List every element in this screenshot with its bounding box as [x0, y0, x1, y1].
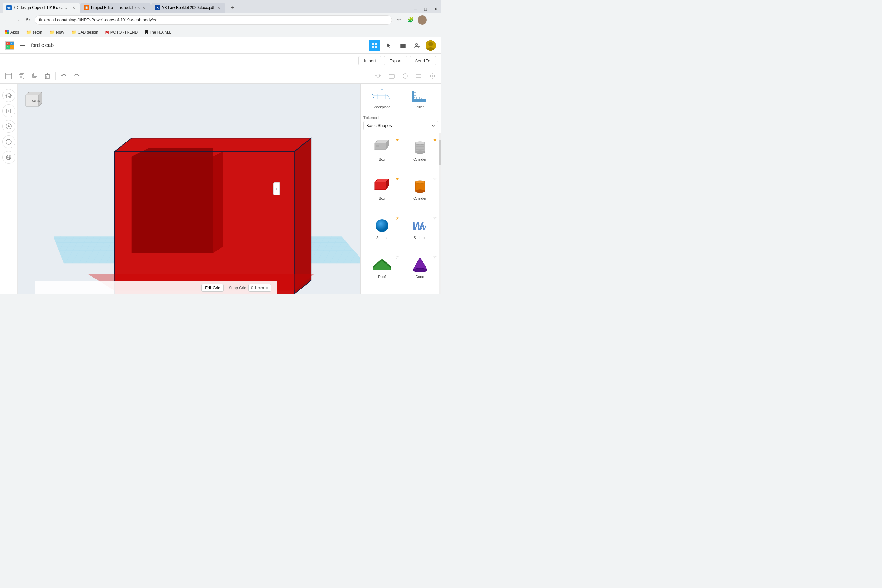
new-design-icon [5, 72, 12, 80]
extensions-icon[interactable]: 🧩 [406, 15, 415, 24]
address-bar[interactable]: tinkercad.com/things/ItNPTvPowcJ-copy-of… [35, 15, 392, 24]
bookmarks-bar: Apps 📁 seton 📁 ebay 📁 CAD design M MOTOR… [0, 27, 441, 38]
redo-button[interactable] [70, 70, 83, 82]
home-view-button[interactable] [2, 89, 15, 102]
tab-pdf[interactable]: K Y8 Law Booklet 2020.docx.pdf ✕ [151, 3, 225, 13]
bookmark-apps[interactable]: Apps [3, 29, 22, 36]
user-avatar[interactable] [426, 40, 436, 51]
star-roof[interactable]: ☆ [395, 254, 399, 260]
bookmark-ebay[interactable]: 📁 ebay [47, 28, 67, 36]
box-red-svg [371, 177, 392, 195]
reload-button[interactable]: ↻ [23, 15, 32, 24]
bookmark-motortrend[interactable]: M MOTORTREND [103, 28, 140, 36]
star-cylinder-wire[interactable]: ★ [433, 137, 437, 142]
send-to-button[interactable]: Send To [410, 56, 436, 66]
tab-favicon-instructables: 📋 [84, 5, 89, 10]
workplane-icon [372, 88, 392, 104]
edit-grid-button[interactable]: Edit Grid [201, 284, 224, 292]
zoom-in-button[interactable] [2, 120, 15, 133]
trash-icon [44, 72, 51, 80]
layers-button[interactable] [397, 40, 409, 51]
bookmark-cad[interactable]: 📁 CAD design [69, 28, 101, 36]
new-design-button[interactable] [3, 70, 15, 82]
shape-item-cone[interactable]: ☆ Cone [401, 253, 439, 291]
star-sphere[interactable]: ★ [395, 215, 399, 220]
maximize-button[interactable]: □ [423, 6, 428, 12]
shape-item-roof[interactable]: ☆ Roof [363, 253, 401, 291]
export-button[interactable]: Export [384, 56, 407, 66]
import-button[interactable]: Import [358, 56, 381, 66]
shape-item-sphere[interactable]: ★ Sphere [363, 214, 401, 252]
fit-view-button[interactable] [2, 105, 15, 117]
home-icon [6, 92, 12, 99]
back-button[interactable]: ← [3, 15, 12, 24]
duplicate-button[interactable] [28, 70, 40, 82]
workplane-tool[interactable]: Workplane [372, 88, 392, 109]
undo-button[interactable] [58, 70, 70, 82]
shape-item-scribble[interactable]: ☆ W w Scribble [401, 214, 439, 252]
hamburger-menu[interactable] [18, 41, 27, 50]
svg-marker-27 [78, 75, 80, 76]
scroll-track [439, 133, 441, 294]
align-button[interactable] [412, 70, 425, 82]
shape-item-cylinder-wire[interactable]: ★ Cylinder [401, 136, 439, 174]
toolbar-right: ☆ 🧩 ⋮ [394, 15, 438, 24]
menu-icon[interactable]: ⋮ [429, 15, 438, 24]
add-user-button[interactable] [411, 40, 423, 51]
collapse-panel-button[interactable] [273, 183, 280, 195]
ruler-tool[interactable]: Ruler [410, 88, 429, 109]
svg-rect-4 [400, 44, 405, 45]
mirror-button[interactable] [426, 70, 438, 82]
hamburger-line-3 [20, 47, 26, 47]
roof-svg [371, 256, 392, 273]
tab-close-tinkercad[interactable]: ✕ [71, 5, 76, 10]
snap-dropdown[interactable]: 0.1 mm [248, 284, 272, 292]
shape-item-box-red[interactable]: ★ Box [363, 175, 401, 213]
close-button[interactable]: ✕ [433, 6, 438, 12]
zoom-in-icon [6, 123, 12, 130]
bookmark-hamb-icon: J [145, 30, 148, 34]
star-box-wire[interactable]: ★ [395, 137, 399, 142]
star-cone[interactable]: ☆ [433, 254, 437, 260]
delete-button[interactable] [41, 70, 54, 82]
shape-cylinder-wire-label: Cylinder [413, 158, 426, 161]
pick-icon [386, 42, 392, 49]
profile-icon[interactable] [418, 15, 427, 24]
left-panel [0, 84, 18, 294]
scroll-thumb[interactable] [439, 140, 441, 165]
shape-tool-2[interactable] [399, 70, 411, 82]
category-dropdown[interactable]: Basic Shapes [363, 121, 438, 130]
copy-to-clipboard-button[interactable] [15, 70, 28, 82]
star-cylinder-orange[interactable]: ☆ [433, 176, 437, 181]
view-cube[interactable]: BACK [21, 88, 45, 113]
shapes-grid: ★ Box ★ [361, 133, 441, 294]
viewport[interactable]: BACK [18, 84, 360, 294]
bookmark-ebay-icon: 📁 [50, 30, 54, 34]
forward-button[interactable]: → [13, 15, 22, 24]
minimize-button[interactable]: ─ [412, 6, 418, 12]
browser-window: 66 3D design Copy of 1919 c-cab b... ✕ 📋… [0, 0, 441, 294]
nav-toolbar: ← → ↻ tinkercad.com/things/ItNPTvPowcJ-c… [0, 13, 441, 27]
star-icon[interactable]: ☆ [394, 15, 404, 24]
new-tab-button[interactable]: + [227, 3, 238, 13]
shape-item-cylinder-orange[interactable]: ☆ Cylinder [401, 175, 439, 213]
star-box-red[interactable]: ★ [395, 176, 399, 181]
bookmark-seton[interactable]: 📁 seton [24, 28, 45, 36]
perspective-button[interactable] [2, 151, 15, 164]
star-scribble[interactable]: ☆ [433, 215, 437, 220]
duplicate-icon [31, 72, 38, 80]
snap-grid-label: Snap Grid [229, 286, 246, 290]
pick-tool-button[interactable] [383, 40, 394, 51]
shape-tool-1[interactable] [386, 70, 398, 82]
tab-tinkercad[interactable]: 66 3D design Copy of 1919 c-cab b... ✕ [3, 3, 80, 13]
shape-category: Tinkercad Basic Shapes [361, 113, 441, 133]
light-button[interactable] [372, 70, 384, 82]
zoom-out-button[interactable] [2, 135, 15, 148]
grid-view-button[interactable] [369, 40, 380, 51]
tab-close-instructables[interactable]: ✕ [141, 5, 147, 10]
shape-item-box-wire[interactable]: ★ Box [363, 136, 401, 174]
tab-instructables[interactable]: 📋 Project Editor - Instructables ✕ [80, 3, 150, 13]
tab-close-pdf[interactable]: ✕ [216, 5, 222, 10]
ruler-icon [410, 88, 429, 104]
bookmark-hamb[interactable]: J The H.A.M.B. [142, 28, 176, 36]
